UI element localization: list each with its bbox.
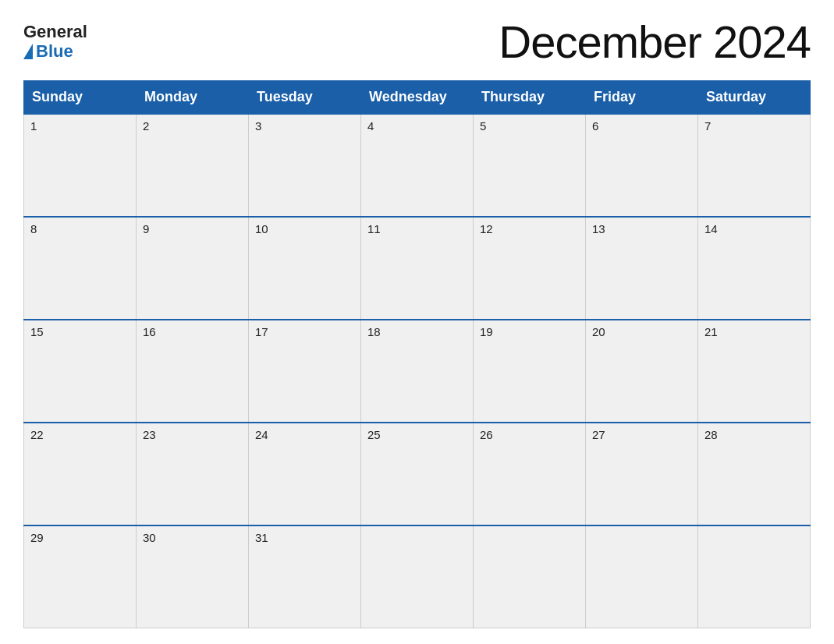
calendar-day-cell: 18	[361, 320, 474, 423]
day-number: 26	[480, 428, 579, 441]
calendar-day-cell: 8	[24, 217, 137, 320]
day-number: 22	[30, 428, 130, 441]
calendar-day-cell: 3	[249, 114, 361, 217]
day-number: 15	[30, 325, 130, 338]
day-number: 9	[143, 222, 242, 235]
header-saturday: Saturday	[698, 81, 811, 115]
calendar-day-cell: 30	[137, 525, 249, 628]
calendar-day-cell: 13	[586, 217, 698, 320]
day-number: 21	[704, 325, 804, 338]
day-number: 19	[480, 325, 579, 338]
day-number: 3	[255, 119, 354, 133]
day-number: 25	[367, 428, 467, 441]
header-sunday: Sunday	[24, 81, 137, 115]
calendar-day-cell: 20	[586, 320, 698, 423]
day-number: 11	[367, 222, 467, 235]
calendar-day-cell	[586, 525, 698, 628]
calendar-day-cell: 25	[361, 423, 474, 525]
calendar-week-row: 1234567	[24, 114, 811, 217]
calendar-day-cell: 6	[586, 114, 698, 217]
logo-bottom-row: Blue	[23, 42, 73, 61]
logo-general-text: General	[23, 23, 87, 41]
calendar-day-cell: 16	[137, 320, 249, 423]
calendar-day-cell: 28	[698, 423, 811, 525]
logo: General Blue	[23, 23, 87, 60]
day-number: 2	[143, 119, 242, 133]
page-header: General Blue December 2024	[23, 16, 811, 68]
day-number: 10	[255, 222, 354, 235]
day-number: 14	[704, 222, 804, 235]
calendar-day-cell: 10	[249, 217, 361, 320]
day-number: 1	[30, 119, 130, 133]
logo-blue-text: Blue	[36, 42, 73, 61]
calendar-day-cell: 22	[24, 423, 137, 525]
calendar-day-cell: 31	[249, 525, 361, 628]
day-number: 27	[592, 428, 691, 441]
day-number: 23	[143, 428, 242, 441]
calendar-week-row: 15161718192021	[24, 320, 811, 423]
header-friday: Friday	[586, 81, 698, 115]
calendar-week-row: 293031	[24, 525, 811, 628]
day-number: 31	[255, 531, 354, 544]
calendar-day-cell: 15	[24, 320, 137, 423]
calendar-day-cell: 5	[474, 114, 586, 217]
calendar-day-cell: 11	[361, 217, 474, 320]
weekday-header-row: Sunday Monday Tuesday Wednesday Thursday…	[24, 81, 811, 115]
calendar-day-cell	[361, 525, 474, 628]
day-number: 18	[367, 325, 467, 338]
calendar-day-cell: 19	[474, 320, 586, 423]
calendar-day-cell: 29	[24, 525, 137, 628]
calendar-week-row: 891011121314	[24, 217, 811, 320]
day-number: 8	[30, 222, 130, 235]
day-number: 7	[704, 119, 804, 133]
calendar-week-row: 22232425262728	[24, 423, 811, 525]
day-number: 6	[592, 119, 691, 133]
day-number: 17	[255, 325, 354, 338]
calendar-day-cell: 12	[474, 217, 586, 320]
calendar-day-cell: 17	[249, 320, 361, 423]
month-title: December 2024	[499, 16, 811, 68]
day-number: 29	[30, 531, 130, 544]
calendar-day-cell: 14	[698, 217, 811, 320]
day-number: 5	[480, 119, 579, 133]
day-number: 16	[143, 325, 242, 338]
header-wednesday: Wednesday	[361, 81, 474, 115]
calendar-day-cell: 1	[24, 114, 137, 217]
calendar-day-cell: 9	[137, 217, 249, 320]
day-number: 30	[143, 531, 242, 544]
day-number: 20	[592, 325, 691, 338]
header-thursday: Thursday	[474, 81, 586, 115]
calendar-day-cell: 21	[698, 320, 811, 423]
calendar-day-cell: 4	[361, 114, 474, 217]
calendar-day-cell: 7	[698, 114, 811, 217]
calendar-day-cell	[698, 525, 811, 628]
header-monday: Monday	[137, 81, 249, 115]
day-number: 13	[592, 222, 691, 235]
calendar-day-cell: 27	[586, 423, 698, 525]
day-number: 12	[480, 222, 579, 235]
day-number: 4	[367, 119, 467, 133]
calendar-day-cell: 23	[137, 423, 249, 525]
calendar-day-cell: 26	[474, 423, 586, 525]
day-number: 28	[704, 428, 804, 441]
logo-triangle-icon	[23, 44, 33, 59]
calendar-day-cell	[474, 525, 586, 628]
calendar-day-cell: 24	[249, 423, 361, 525]
header-tuesday: Tuesday	[249, 81, 361, 115]
calendar-table: Sunday Monday Tuesday Wednesday Thursday…	[23, 80, 811, 628]
day-number: 24	[255, 428, 354, 441]
calendar-day-cell: 2	[137, 114, 249, 217]
